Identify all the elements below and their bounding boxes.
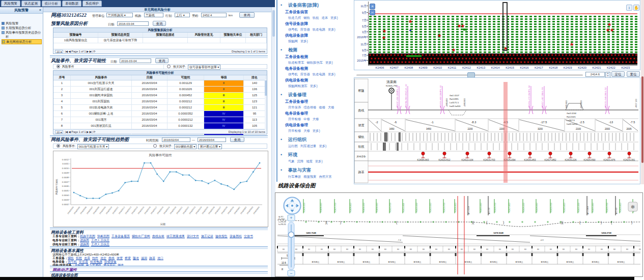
signal-marker[interactable]: K2421+976 [603,152,615,161]
pager-nav[interactable]: |◀ ◀ Page 1 of 1 ▶ ▶| ⟳ [65,50,95,53]
table-row[interactable]: 6001钢轨折断·上道2016/03/040.0000352Ⅳ95 [53,111,267,117]
catalog-link[interactable]: 接触网 [288,39,298,43]
data-point[interactable] [73,192,74,193]
data-point[interactable] [253,171,254,172]
reset-button[interactable]: 复位 [627,71,640,77]
data-point[interactable] [144,162,145,163]
risk-query-button[interactable]: 查询 [155,58,169,63]
data-point[interactable] [111,192,113,193]
doc-link[interactable]: 进路图 [80,239,89,242]
trend-risk-radio[interactable]: 风险事件:001信号机显示失灵 ▾ [53,144,148,148]
catalog-sub-1-2[interactable]: 供电设备检测 [285,78,308,83]
catalog-link[interactable]: 接触网检测车 [288,84,307,88]
zoom-out-button[interactable]: − [370,10,375,15]
catalog-link[interactable]: 行车事故 [288,175,301,178]
catalog-link[interactable]: 轨道检查车 [288,61,304,64]
catalog-sub-0-2[interactable]: 供电设备故障 [285,33,308,38]
catalog-link[interactable]: 更多) [319,144,326,148]
radio-selected-icon[interactable] [57,65,60,68]
data-point[interactable] [233,189,234,190]
data-point[interactable] [93,198,94,199]
fault-star[interactable]: ★ [452,48,456,52]
catalog-sub-0-1[interactable]: 信号设备故障 [285,21,308,26]
fault-star[interactable]: ★ [607,22,611,27]
catalog-link[interactable]: 日常检修 [288,117,301,121]
catalog-link[interactable]: 大修 [328,105,334,109]
catalog-link[interactable]: 地震 [306,159,313,163]
doc-link[interactable]: 进路图 [80,243,89,246]
catalog-link[interactable]: 更多) [325,61,333,64]
signal-marker[interactable]: K2408+963 [417,152,429,161]
pan-hand-button[interactable]: ✋ [633,5,639,11]
catalog-link[interactable]: 大修 [303,129,310,132]
warn-date-input[interactable]: 2016-03-04 [117,21,149,26]
catalog-link[interactable]: 应答器 [300,27,310,31]
doc-link[interactable]: 施工记录 [201,235,213,238]
data-point[interactable] [86,198,87,199]
zoom-in-button[interactable]: + [370,4,375,9]
doc-link[interactable]: 线路平面图 [80,235,95,238]
table-row[interactable]: 1001信号机显示失灵2016/03/040.001129Ⅱ140 [53,80,267,87]
data-point[interactable] [240,182,241,183]
catalog-link[interactable]: 钢轨 [303,16,310,19]
fault-star[interactable]: ★ [382,36,386,40]
table-row[interactable]: 1级风险预警信息信号系统设备可靠性下降 [53,38,267,43]
doc-link[interactable]: 纵断面图 [97,235,109,238]
catalog-link[interactable]: 日常保养 [288,105,301,109]
layers-button[interactable]: ❄ [628,202,637,211]
doc-link[interactable]: 验收报告 [215,235,228,238]
catalog-link[interactable]: 信号机 [288,72,298,76]
data-point[interactable] [188,175,189,176]
menu-tab-2[interactable]: 统计分析 [42,1,61,7]
menu-tab-1[interactable]: 状态监测 [21,1,41,7]
catalog-link[interactable]: 运行图 [288,144,298,148]
trend-hazard-select[interactable]: 001钢轨伤损 ▾ [174,144,197,149]
page-size-select[interactable]: 10 ▾ [55,50,63,53]
data-point[interactable] [99,198,100,199]
pan-control[interactable] [284,198,301,214]
doc-link[interactable]: 工作人员信息 [91,239,109,242]
fault-star[interactable]: ★ [382,29,386,34]
overview-zoom-slider[interactable]: +− [288,215,295,276]
table-row[interactable]: 2001列车运行超速2016/03/040.001026Ⅱ136 [53,87,267,93]
data-point[interactable] [208,183,209,184]
doc-link[interactable]: 钢轨出厂资料 [132,235,150,238]
catalog-link[interactable]: 日常检修 [288,129,301,132]
catalog-group-4[interactable]: 环境 [288,152,297,158]
trend-query-button[interactable]: 查询 [230,137,244,142]
signal-marker[interactable]: K2423+361 [623,152,635,161]
table-row[interactable]: 7001塌方2016/03/040.0000212Ⅳ113 [53,117,267,123]
catalog-group-1[interactable]: 检测 [288,47,297,53]
catalog-sub-2-0[interactable]: 工务设备修理 [285,99,308,104]
signal-marker[interactable]: K2412+104 [461,152,473,161]
data-point[interactable] [259,162,260,163]
catalog-sub-0-0[interactable]: 工务设备病害 [285,10,308,15]
catalog-sub-1-0[interactable]: 工务设备检测 [285,54,308,60]
data-point[interactable] [118,190,119,191]
fault-star[interactable]: ★ [570,42,574,47]
data-point[interactable] [170,171,171,172]
data-point[interactable] [105,193,106,194]
catalog-link[interactable]: 更多) [310,84,318,88]
doc-link[interactable]: 交接书 [244,235,253,238]
risk-event-radio[interactable]: 风险事件 [53,65,164,69]
selection-rect[interactable] [502,2,508,51]
catalog-link[interactable]: 更多) [328,72,335,76]
table-scrollbar[interactable] [265,79,267,130]
sidebar-item-1[interactable]: 长期预警趋势分析 [2,26,42,30]
data-point[interactable] [156,174,157,175]
catalog-link[interactable]: 轨枕 [313,16,319,19]
sidebar-item-3[interactable]: 单元网格状态分析 [2,39,42,44]
radio-icon[interactable] [167,65,171,68]
sidebar-item-2[interactable]: 风险事件预警历史趋势分析 [2,31,42,38]
doc-link[interactable]: 工作人员信息 [91,243,109,246]
catalog-link[interactable]: 自然灾害 [319,175,331,178]
sidebar-item-0[interactable]: 风险预警 [2,21,42,25]
catalog-link[interactable]: 道床 [321,16,328,19]
data-point[interactable] [79,195,80,196]
catalog-link[interactable]: 轨道电路 [313,72,325,76]
radio-icon[interactable] [153,144,157,148]
table-row[interactable]: 3001侧向冲突脱轨2016/03/040.000452Ⅲ125 [53,93,267,99]
info-button[interactable]: i [626,5,632,11]
scrollbar-thumb[interactable] [272,10,275,37]
